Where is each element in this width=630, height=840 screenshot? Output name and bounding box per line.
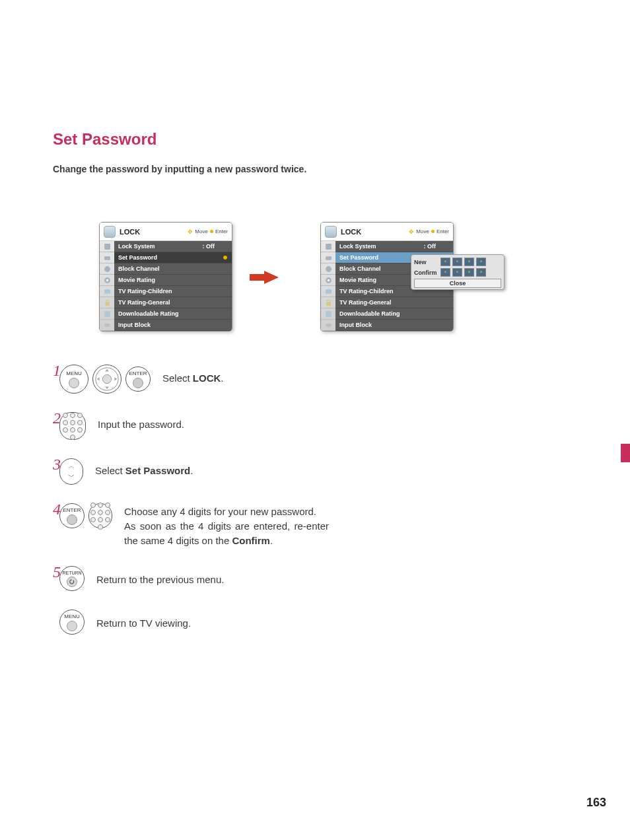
svg-point-19 (102, 374, 111, 383)
enter-button-icon: ENTER (125, 367, 151, 392)
step-text: Select Set Password. (95, 458, 193, 478)
step-text: Choose any 4 digits for your new passwor… (124, 503, 329, 547)
radio-selected-icon (223, 255, 228, 260)
arrow-right-icon (264, 271, 279, 284)
cat-icon (100, 275, 114, 286)
osd-title: LOCK (341, 228, 409, 236)
lock-icon (321, 297, 335, 308)
osd-row-movie-rating[interactable]: Movie Rating (114, 275, 232, 286)
pw-digit[interactable]: * (464, 258, 474, 266)
svg-rect-16 (326, 311, 332, 317)
svg-point-17 (326, 323, 332, 327)
osd-row-block-channel[interactable]: Block Channel (114, 263, 232, 275)
up-down-icon: ︿ ﹀ (59, 458, 83, 485)
svg-rect-5 (104, 289, 110, 294)
hint-enter: Enter (215, 228, 228, 234)
number-keypad-icon (59, 412, 86, 440)
pw-digit[interactable]: * (476, 268, 486, 277)
enter-icon (210, 230, 213, 233)
osd-row-tv-general[interactable]: TV Rating-General (114, 297, 232, 308)
cat-icon (100, 286, 114, 297)
menu-button-icon: MENU (59, 365, 88, 394)
menu-button-icon: MENU (59, 610, 85, 635)
step-text: Select LOCK. (162, 365, 224, 386)
hint-enter: Enter (437, 228, 449, 234)
svg-rect-6 (105, 302, 110, 306)
move-icon: ✥ (409, 228, 414, 235)
cat-icon (100, 252, 114, 263)
osd-row-lock-system[interactable]: Lock System: Off (335, 241, 453, 252)
pw-digit[interactable]: * (452, 268, 462, 277)
cat-icon (321, 308, 335, 320)
svg-rect-15 (326, 302, 331, 306)
svg-point-11 (326, 266, 332, 272)
lock-category-icon (104, 226, 116, 238)
cat-icon (100, 263, 114, 275)
pw-digit[interactable]: * (452, 258, 462, 266)
cat-icon (321, 320, 335, 331)
cat-icon (321, 263, 335, 275)
svg-rect-1 (104, 256, 110, 260)
page-subtitle: Change the password by inputting a new p… (53, 164, 306, 174)
pw-digit[interactable]: * (476, 258, 486, 266)
chevron-down-icon: ﹀ (68, 472, 75, 481)
step-text: Input the password. (98, 412, 184, 432)
number-keypad-icon (88, 503, 112, 528)
page-title: Set Password (53, 130, 157, 149)
enter-icon (431, 230, 435, 233)
lock-icon (100, 297, 114, 308)
page-number: 163 (586, 796, 606, 810)
cat-icon (321, 252, 335, 263)
enter-button-icon: ENTER (59, 503, 85, 528)
osd-row-downloadable[interactable]: Downloadable Rating (114, 308, 232, 320)
pw-digit[interactable]: * (440, 258, 450, 266)
cat-icon (100, 308, 114, 320)
pw-digit[interactable]: * (464, 268, 474, 277)
svg-rect-0 (104, 244, 110, 250)
svg-point-2 (104, 266, 110, 272)
dpad-icon (92, 365, 122, 394)
cat-icon (100, 320, 114, 331)
hint-move: Move (416, 228, 429, 234)
step-text: Return to the previous menu. (96, 566, 224, 587)
password-popup: New * * * * Confirm * * * * Close (411, 254, 505, 290)
osd-title: LOCK (120, 228, 188, 236)
new-label: New (414, 259, 440, 265)
osd-row-tv-general[interactable]: TV Rating-General (335, 297, 453, 308)
osd-row-input-block[interactable]: Input Block (114, 320, 232, 331)
osd-row-input-block[interactable]: Input Block (335, 320, 453, 331)
svg-rect-7 (104, 311, 110, 317)
svg-point-13 (327, 279, 329, 281)
confirm-label: Confirm (414, 269, 440, 276)
svg-point-8 (104, 323, 110, 327)
osd-row-downloadable[interactable]: Downloadable Rating (335, 308, 453, 320)
lock-category-icon (325, 226, 337, 238)
osd-panel-before: LOCK ✥ Move Enter Lock System: Off Set P… (99, 222, 232, 332)
cat-icon (321, 241, 335, 252)
cat-icon (100, 241, 114, 252)
svg-rect-10 (326, 256, 332, 260)
pw-digit[interactable]: * (440, 268, 450, 277)
svg-rect-9 (326, 244, 332, 250)
osd-row-lock-system[interactable]: Lock System: Off (114, 241, 232, 252)
chevron-up-icon: ︿ (68, 462, 75, 471)
cat-icon (321, 286, 335, 297)
svg-point-4 (106, 279, 108, 281)
step-text: Return to TV viewing. (96, 610, 191, 631)
section-tab-marker (621, 444, 630, 462)
osd-row-tv-children[interactable]: TV Rating-Children (114, 286, 232, 297)
svg-rect-14 (326, 289, 332, 294)
osd-row-set-password[interactable]: Set Password (114, 252, 232, 263)
move-icon: ✥ (188, 228, 193, 235)
cat-icon (321, 275, 335, 286)
close-button[interactable]: Close (414, 279, 501, 288)
return-button-icon: RETURN (59, 566, 85, 591)
hint-move: Move (195, 228, 208, 234)
